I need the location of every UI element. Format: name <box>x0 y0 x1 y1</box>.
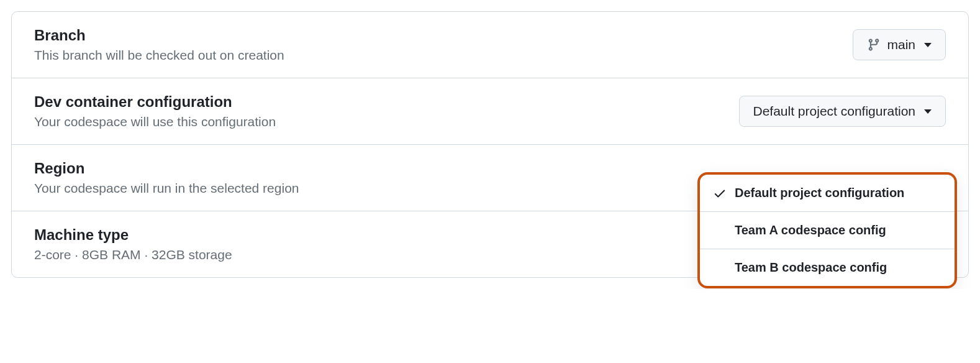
machine-desc: 2-core · 8GB RAM · 32GB storage <box>34 247 232 262</box>
branch-selector-button[interactable]: main <box>853 29 946 60</box>
devcontainer-text: Dev container configuration Your codespa… <box>34 93 276 129</box>
dropdown-option-label: Default project configuration <box>735 186 904 200</box>
dropdown-option-team-a[interactable]: Team A codespace config <box>700 212 955 249</box>
caret-down-icon <box>924 109 932 114</box>
region-desc: Your codespace will run in the selected … <box>34 181 299 196</box>
branch-title: Branch <box>34 27 284 44</box>
devcontainer-row: Dev container configuration Your codespa… <box>12 78 968 145</box>
devcontainer-desc: Your codespace will use this configurati… <box>34 114 276 129</box>
branch-value: main <box>887 37 915 52</box>
branch-desc: This branch will be checked out on creat… <box>34 48 284 63</box>
devcontainer-dropdown: Default project configuration Team A cod… <box>697 172 957 288</box>
check-icon <box>712 186 727 200</box>
devcontainer-value: Default project configuration <box>753 104 916 119</box>
codespace-options-panel: Branch This branch will be checked out o… <box>11 11 969 278</box>
devcontainer-selector-button[interactable]: Default project configuration <box>739 96 946 127</box>
machine-title: Machine type <box>34 226 232 244</box>
region-title: Region <box>34 160 299 177</box>
dropdown-option-team-b[interactable]: Team B codespace config <box>700 249 955 286</box>
devcontainer-title: Dev container configuration <box>34 93 276 111</box>
machine-text: Machine type 2-core · 8GB RAM · 32GB sto… <box>34 226 232 262</box>
dropdown-option-default[interactable]: Default project configuration <box>700 175 955 212</box>
region-text: Region Your codespace will run in the se… <box>34 160 299 196</box>
dropdown-option-label: Team B codespace config <box>735 260 887 275</box>
caret-down-icon <box>924 43 932 47</box>
branch-row: Branch This branch will be checked out o… <box>12 12 968 78</box>
dropdown-option-label: Team A codespace config <box>735 223 886 237</box>
branch-text: Branch This branch will be checked out o… <box>34 27 284 63</box>
git-branch-icon <box>867 38 881 52</box>
